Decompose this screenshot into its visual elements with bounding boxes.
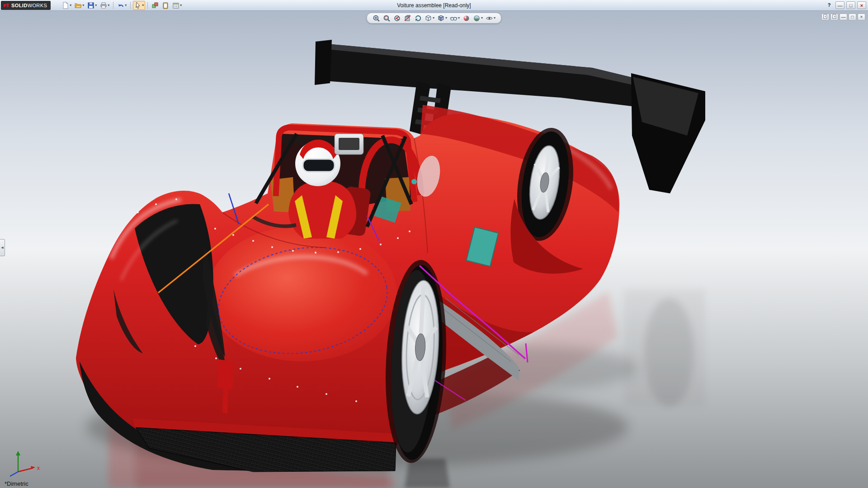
toolbar-separator [130,2,131,9]
page-back-icon [823,14,828,19]
3ds-logo-icon [3,2,10,9]
rotate-view-icon [414,14,422,22]
design-binder-icon [162,2,169,9]
helmet-visor [303,159,335,172]
open-folder-icon [75,2,82,9]
document-page-forward-button[interactable] [830,14,838,20]
save-icon [87,2,94,9]
maximize-button[interactable]: □ [846,1,855,9]
component-button[interactable] [150,1,160,10]
3d-viewport-scene[interactable] [0,11,868,488]
reference-triad: x [3,449,43,477]
window-titlebar: SOLIDWORKS ▾ ▾ ▾ ▾ [0,0,868,11]
design-binder-button[interactable] [160,1,170,10]
select-cursor-icon [134,2,142,9]
document-close-button[interactable]: × [858,14,865,20]
view-settings-button[interactable]: ▾ [485,14,496,22]
document-minimize-button[interactable]: — [840,14,847,20]
view-orientation-icon [425,14,432,22]
close-button[interactable]: × [857,1,866,9]
rear-view-mirror [335,134,363,155]
minimize-button[interactable]: — [835,1,844,9]
zoom-to-fit-icon [373,14,380,22]
edit-appearance-icon [462,14,470,22]
undo-button[interactable]: ▾ [116,1,128,10]
view-orientation-button[interactable]: ▾ [424,14,435,22]
document-page-back-button[interactable] [821,14,829,20]
display-style-button[interactable]: ▾ [436,14,448,22]
hide-show-items-button[interactable]: ▾ [449,14,461,22]
undo-icon [117,2,124,9]
page-forward-icon [832,14,837,19]
heads-up-view-toolbar: ▾ ▾ ▾ ▾ [367,13,501,23]
toolbar-separator [147,2,148,9]
print-button[interactable]: ▾ [99,1,111,10]
document-window-controls: — □ × [821,14,865,20]
main-toolbar: ▾ ▾ ▾ ▾ ▾ [61,1,183,10]
rotate-view-button[interactable] [413,14,423,22]
view-orientation-label: *Dimetric [5,480,28,487]
new-document-icon [62,2,69,9]
print-icon [100,2,107,9]
previous-view-icon [393,14,401,22]
section-view-icon [404,14,411,22]
graphics-viewport[interactable]: ▾ ▾ ▾ ▾ [0,11,868,488]
zoom-to-area-icon [383,14,391,22]
solidworks-logo: SOLIDWORKS [1,1,51,10]
zoom-to-fit-button[interactable] [372,14,381,22]
view-settings-icon [486,14,493,22]
hide-show-items-icon [450,14,458,22]
window-title: Voiture assemblee [Read-only] [397,0,471,11]
new-document-button[interactable]: ▾ [61,1,73,10]
help-button[interactable]: ? [825,1,834,9]
zoom-to-area-button[interactable] [382,14,392,22]
select-button[interactable]: ▾ [133,1,145,10]
brand-text: SOLIDWORKS [11,3,47,8]
apply-scene-icon [473,14,481,22]
display-style-icon [437,14,445,22]
apply-scene-button[interactable]: ▾ [472,14,484,22]
document-restore-button[interactable]: □ [849,14,856,20]
design-table-button[interactable]: ▾ [171,1,183,10]
window-controls: ? — □ × [825,1,866,9]
edit-appearance-button[interactable] [462,14,471,22]
section-view-button[interactable] [403,14,412,22]
design-table-icon [172,2,179,9]
open-button[interactable]: ▾ [73,1,85,10]
component-icon [151,2,159,9]
previous-view-button[interactable] [392,14,402,22]
triad-x-label: x [37,465,40,471]
toolbar-separator [113,2,113,9]
save-button[interactable]: ▾ [86,1,98,10]
panel-collapse-tab[interactable]: ◀ [0,239,5,256]
